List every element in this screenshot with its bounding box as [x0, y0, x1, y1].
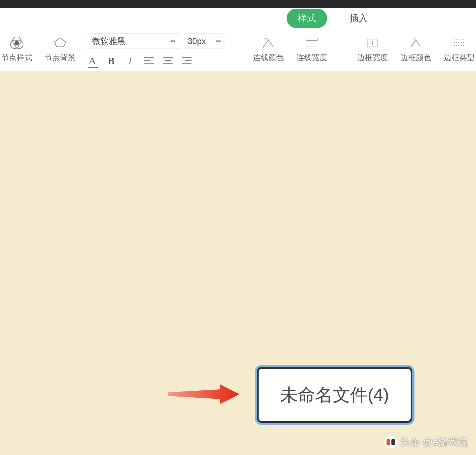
svg-point-16 [266, 38, 267, 39]
font-family-select[interactable]: 微软雅黑 ••• [87, 34, 180, 49]
font-size-select[interactable]: 30px ••• [184, 34, 224, 49]
line-color-tool[interactable]: 连线颜色 [247, 29, 290, 71]
line-color-label: 连线颜色 [253, 52, 284, 63]
svg-point-24 [411, 45, 412, 47]
style-toolbar: 节点样式 节点背景 微软雅黑 ••• 30px ••• A B [0, 29, 476, 71]
annotation-arrow-icon [168, 380, 241, 408]
svg-rect-32 [387, 439, 390, 445]
svg-marker-31 [168, 384, 239, 404]
font-family-value: 微软雅黑 [92, 36, 125, 47]
font-format-group: 微软雅黑 ••• 30px ••• A B I [82, 29, 229, 71]
tab-insert[interactable]: 插入 [341, 9, 376, 28]
italic-icon: I [128, 55, 132, 67]
bold-icon: B [108, 55, 115, 67]
align-center-icon [163, 57, 173, 65]
svg-point-15 [265, 38, 266, 39]
node-style-label: 节点样式 [1, 52, 32, 63]
window-title-bar [0, 0, 476, 8]
node-background-icon [53, 37, 67, 49]
align-right-button[interactable] [181, 55, 192, 66]
font-color-icon: A [88, 55, 96, 67]
align-left-icon [144, 57, 154, 65]
align-left-button[interactable] [143, 55, 154, 66]
font-color-button[interactable]: A [87, 55, 98, 66]
bold-button[interactable]: B [106, 55, 117, 66]
align-right-icon [182, 57, 192, 65]
align-center-button[interactable] [162, 55, 173, 66]
more-icon: ••• [216, 38, 221, 44]
border-width-tool[interactable]: 边框宽度 [351, 29, 394, 71]
line-width-tool[interactable]: 连线宽度 [290, 29, 333, 71]
line-width-label: 连线宽度 [296, 52, 327, 63]
ribbon-tabs: 样式 插入 [0, 8, 476, 29]
svg-point-25 [413, 38, 414, 39]
root-node[interactable]: 未命名文件(4) [257, 367, 412, 423]
mindmap-canvas[interactable]: 未命名文件(4) 头条 @e游戏说 [0, 71, 476, 455]
border-type-icon [452, 37, 466, 49]
svg-point-27 [416, 37, 417, 38]
border-width-label: 边框宽度 [357, 52, 388, 63]
svg-rect-33 [391, 439, 395, 445]
more-icon: ••• [170, 38, 175, 44]
border-color-label: 边框颜色 [401, 52, 431, 63]
watermark: 头条 @e游戏说 [384, 435, 468, 449]
node-background-tool[interactable]: 节点背景 [38, 29, 82, 71]
border-width-icon [366, 37, 380, 49]
node-style-tool[interactable]: 节点样式 [0, 29, 38, 71]
line-color-icon [261, 37, 275, 49]
root-node-text: 未命名文件(4) [280, 383, 389, 407]
svg-point-14 [265, 39, 266, 40]
border-type-label: 边框类型 [444, 52, 475, 63]
border-color-tool[interactable]: 边框颜色 [394, 29, 438, 71]
border-color-icon [409, 37, 423, 49]
svg-point-26 [414, 38, 416, 39]
node-style-icon [10, 37, 24, 49]
line-width-icon [305, 37, 319, 49]
border-type-tool[interactable]: 边框类型 [438, 29, 476, 71]
watermark-logo-icon [384, 436, 397, 448]
tab-style[interactable]: 样式 [287, 9, 327, 28]
svg-point-3 [15, 41, 19, 45]
watermark-text: 头条 @e游戏说 [401, 435, 468, 449]
svg-point-13 [263, 46, 265, 48]
italic-button[interactable]: I [124, 55, 136, 66]
font-size-value: 30px [188, 36, 206, 46]
node-background-label: 节点背景 [45, 52, 75, 63]
